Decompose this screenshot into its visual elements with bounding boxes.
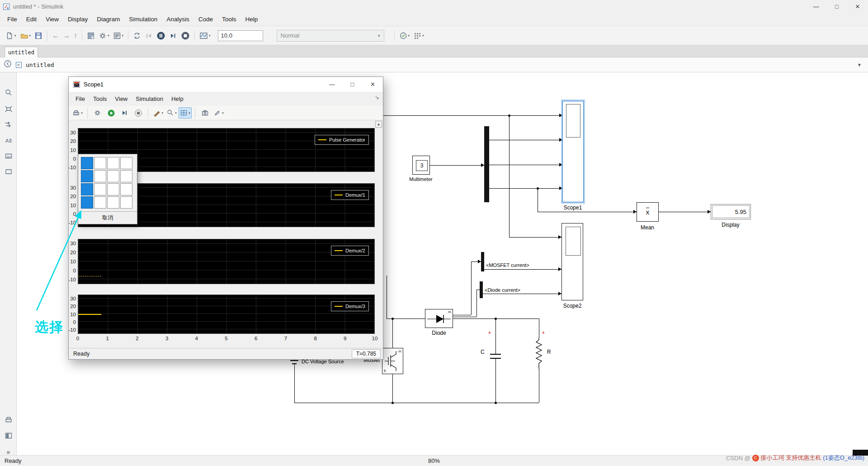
layout-button[interactable]: ▾ (179, 107, 192, 119)
print-button[interactable]: ▾ (71, 107, 84, 119)
signal-wire[interactable] (539, 369, 539, 403)
layout-picker-cancel-button[interactable]: 取消 (78, 211, 137, 224)
update-diagram-button[interactable] (131, 29, 143, 43)
scope-run-button[interactable] (104, 107, 118, 119)
layout-picker-cell[interactable] (81, 196, 93, 209)
menu-item[interactable]: Analysis (162, 13, 193, 26)
menu-item[interactable]: Edit (22, 13, 41, 26)
model-configuration-button[interactable]: ▾ (111, 29, 126, 43)
layout-picker-cell[interactable] (81, 157, 93, 169)
demux-block[interactable] (484, 126, 489, 202)
signal-wire[interactable] (489, 140, 562, 140)
signal-wire[interactable] (392, 374, 393, 403)
up-to-parent-button[interactable]: ↑ (72, 29, 79, 43)
signal-wire[interactable] (659, 212, 711, 212)
menu-item[interactable]: Simulation (124, 13, 162, 26)
layout-picker-cell[interactable] (107, 196, 119, 209)
layout-picker-cell[interactable] (120, 196, 132, 209)
new-model-button[interactable]: ▾ (4, 29, 18, 43)
menu-item[interactable]: Tools (217, 13, 241, 26)
signal-wire[interactable] (509, 237, 561, 238)
menu-item[interactable]: Diagram (92, 13, 124, 26)
library-browser-button[interactable] (85, 29, 97, 43)
signal-routing-button[interactable] (3, 119, 14, 130)
layout-picker-cell[interactable] (107, 170, 119, 182)
scope-step-forward-button[interactable] (118, 107, 131, 119)
stop-button[interactable] (179, 29, 192, 43)
menu-item[interactable]: Code (194, 13, 217, 26)
pause-button[interactable] (155, 29, 167, 43)
build-button[interactable]: ▾ (411, 29, 426, 43)
image-button[interactable] (3, 150, 14, 162)
menu-item[interactable]: File (3, 13, 22, 26)
zoom-button[interactable] (3, 87, 14, 98)
style-button[interactable]: ▾ (151, 107, 165, 119)
simulation-display-button[interactable]: ▾ (198, 29, 212, 43)
signal-wire[interactable] (509, 115, 509, 237)
display-block[interactable]: 5.95 (711, 204, 751, 219)
layout-picker-cell[interactable] (94, 196, 106, 209)
signal-wire[interactable] (483, 294, 561, 294)
minimize-button[interactable]: — (806, 0, 826, 13)
scope-settings-button[interactable] (91, 107, 104, 119)
trigger-button[interactable] (198, 107, 212, 119)
model-settings-button[interactable]: ▾ (97, 29, 111, 43)
scroll-up-button[interactable]: ▲ (375, 121, 382, 128)
scope-stop-button[interactable] (132, 107, 145, 119)
signal-wire[interactable] (484, 269, 561, 270)
layout-picker-cell[interactable] (81, 183, 93, 195)
sim-mode-select[interactable]: Normal▾ (277, 30, 384, 42)
step-forward-button[interactable] (167, 29, 179, 43)
model-canvas[interactable]: 3 Multimeter Scope1 x Mean 5.95 Display … (17, 72, 868, 455)
layout-picker-cell[interactable] (120, 183, 132, 195)
signal-wire[interactable] (476, 290, 477, 317)
maximize-button[interactable]: □ (826, 0, 847, 13)
layout-picker-cell[interactable] (107, 157, 119, 169)
mean-block[interactable]: x (637, 202, 659, 222)
area-box-button[interactable] (3, 166, 14, 177)
layout-picker-cell[interactable] (107, 183, 119, 195)
signal-wire[interactable] (453, 315, 471, 315)
tab-untitled[interactable]: untitled (5, 47, 38, 58)
signal-wire[interactable] (489, 188, 562, 189)
viewer-button[interactable] (3, 414, 14, 425)
signal-wire[interactable] (430, 165, 484, 166)
signal-wire[interactable] (489, 165, 562, 165)
step-back-button[interactable] (143, 29, 155, 43)
scope2-block[interactable] (561, 223, 583, 300)
annotation-button[interactable]: A (3, 135, 14, 146)
menu-item[interactable]: Tools (89, 92, 111, 106)
menu-item[interactable]: Help (167, 92, 188, 106)
signal-wire[interactable] (294, 403, 539, 403)
model-advisor-button[interactable]: ▾ (397, 29, 412, 43)
close-button[interactable]: ✕ (847, 0, 868, 13)
back-button[interactable]: ← (50, 29, 61, 43)
bus-selector-block[interactable] (481, 252, 484, 271)
stop-time-input[interactable] (218, 30, 263, 41)
layout-picker-cell[interactable] (94, 170, 106, 182)
signal-wire[interactable] (471, 262, 472, 315)
layout-picker-cell[interactable] (81, 170, 93, 182)
hide-browser-button[interactable] (4, 60, 12, 70)
bus-selector-block[interactable] (480, 281, 483, 298)
signal-wire[interactable] (495, 359, 496, 403)
dock-arrow-icon[interactable]: ↘ (375, 94, 379, 100)
signal-wire[interactable] (538, 188, 538, 212)
fit-to-view-button[interactable] (3, 103, 14, 114)
layout-picker-cell[interactable] (120, 170, 132, 182)
signal-wire[interactable] (453, 317, 476, 317)
signal-wire[interactable] (538, 212, 637, 212)
scope1-window[interactable]: Scope1 — □ ✕ FileToolsViewSimulationHelp… (68, 76, 383, 360)
scope-maximize-button[interactable]: □ (342, 77, 363, 92)
signal-wire[interactable] (495, 319, 496, 354)
multimeter-block[interactable]: 3 (412, 156, 430, 175)
scope-minimize-button[interactable]: — (322, 77, 342, 92)
menu-item[interactable]: Display (63, 13, 92, 26)
signal-wire[interactable] (476, 290, 480, 290)
model-browser-button[interactable] (3, 430, 14, 441)
menu-item[interactable]: Simulation (132, 92, 167, 106)
layout-picker-cell[interactable] (120, 157, 132, 169)
diode-block[interactable]: m (425, 309, 453, 328)
menu-item[interactable]: File (71, 92, 89, 106)
signal-wire[interactable] (387, 276, 387, 319)
